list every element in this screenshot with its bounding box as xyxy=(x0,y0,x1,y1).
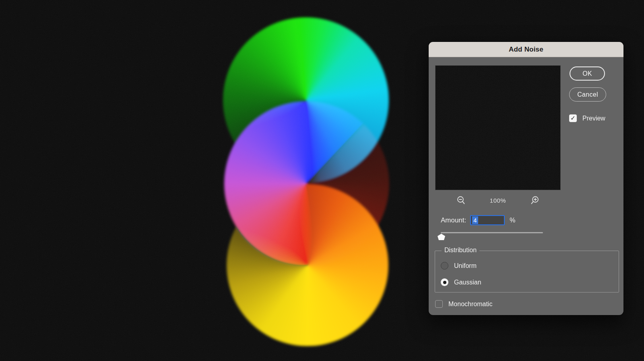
amount-input[interactable]: 4 xyxy=(470,215,505,225)
gaussian-radio-row: Gaussian xyxy=(441,278,481,286)
uniform-radio[interactable] xyxy=(441,262,448,270)
cancel-button[interactable]: Cancel xyxy=(569,87,606,102)
orange-yellow-gradient-circle xyxy=(227,184,388,346)
percent-unit-label: % xyxy=(510,217,515,224)
dialog-title: Add Noise xyxy=(509,46,543,54)
checkmark-icon: ✓ xyxy=(570,115,576,121)
monochromatic-checkbox-label[interactable]: Monochromatic xyxy=(448,301,492,308)
zoom-level-text: 100% xyxy=(490,197,506,204)
dialog-titlebar[interactable]: Add Noise xyxy=(429,42,623,57)
distribution-legend: Distribution xyxy=(442,247,479,254)
amount-slider[interactable] xyxy=(441,230,543,242)
slider-track[interactable] xyxy=(441,232,543,233)
zoom-out-icon[interactable] xyxy=(456,195,466,205)
monochromatic-checkbox[interactable] xyxy=(435,300,443,308)
preview-noise-texture xyxy=(436,66,561,190)
preview-zoom-controls: 100% xyxy=(435,195,561,205)
noise-preview-pane[interactable] xyxy=(435,65,561,190)
gaussian-radio[interactable] xyxy=(441,278,448,286)
zoom-in-icon[interactable] xyxy=(530,195,540,205)
uniform-radio-label[interactable]: Uniform xyxy=(454,262,477,270)
distribution-group: Distribution Uniform Gaussian xyxy=(435,251,619,293)
amount-row: Amount: 4 % xyxy=(441,215,516,225)
monochromatic-checkbox-row: Monochromatic xyxy=(435,300,492,308)
slider-thumb[interactable] xyxy=(438,234,445,240)
preview-checkbox-label[interactable]: Preview xyxy=(582,115,605,122)
gaussian-radio-label[interactable]: Gaussian xyxy=(454,279,481,286)
uniform-radio-row: Uniform xyxy=(441,262,477,270)
ok-button[interactable]: OK xyxy=(570,66,605,81)
photoshop-canvas-screen: Add Noise OK Cancel ✓ Preview 100% xyxy=(0,0,644,361)
preview-checkbox-row: ✓ Preview xyxy=(569,114,605,122)
amount-value-selected-text: 4 xyxy=(472,216,478,224)
preview-checkbox[interactable]: ✓ xyxy=(569,114,577,122)
amount-label: Amount: xyxy=(441,216,466,224)
add-noise-dialog: Add Noise OK Cancel ✓ Preview 100% xyxy=(429,42,623,315)
